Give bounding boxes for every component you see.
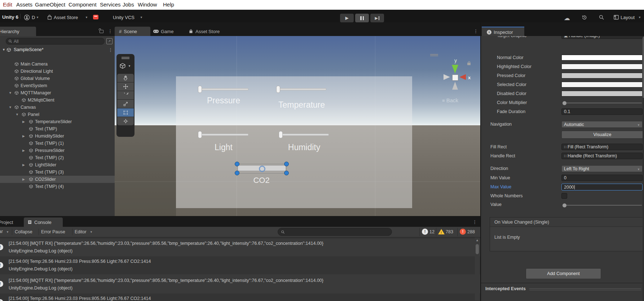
max-value-field[interactable]: 2000 (561, 184, 643, 190)
foldout-down-icon[interactable]: ▼ (16, 113, 19, 116)
scene-panel-menu-icon[interactable]: ⋮ (473, 28, 478, 34)
move-tool-button[interactable] (117, 82, 134, 91)
menu-window[interactable]: Window (138, 1, 157, 8)
target-graphic-value[interactable]: Handle (Image) (569, 36, 600, 38)
warning-count[interactable]: 783 (446, 229, 453, 234)
cloud-icon[interactable]: ☁ (564, 14, 570, 22)
humidity-slider[interactable] (280, 134, 329, 136)
menu-services[interactable]: Services (100, 1, 121, 8)
tab-project[interactable]: Project (0, 217, 27, 227)
axis-neg-x-cone-icon[interactable] (444, 74, 450, 80)
co2-gizmo-handle-tl[interactable] (235, 162, 239, 166)
tree-row-co2slider[interactable]: ▶CO2Slider (0, 176, 115, 183)
tab-game[interactable]: Game (153, 27, 173, 36)
step-button[interactable]: ▶ (370, 14, 384, 22)
console-menu-icon[interactable]: ⋮ (472, 219, 477, 225)
pressure-slider[interactable] (199, 88, 248, 90)
color-multiplier-slider-handle[interactable] (563, 101, 566, 105)
inspector-scrollbar-thumb[interactable] (643, 37, 644, 98)
menu-assets[interactable]: Assets (16, 1, 32, 8)
add-component-button[interactable]: Add Component (526, 268, 601, 279)
direction-dropdown[interactable]: Left To Right ▼ (561, 165, 643, 172)
co2-gizmo-handle-br[interactable] (284, 171, 289, 175)
menu-gameobject[interactable]: GameObject (35, 1, 65, 8)
menu-jobs[interactable]: Jobs (123, 1, 134, 8)
light-slider[interactable] (199, 134, 248, 136)
collapse-button[interactable]: Collapse (15, 229, 32, 234)
intercepted-events-header[interactable]: Intercepted Events (485, 286, 526, 291)
co2-gizmo-handle-tr[interactable] (284, 162, 289, 166)
scene-root-menu-icon[interactable]: ⋮ (108, 47, 113, 53)
fade-duration-field[interactable]: 0.1 (561, 108, 643, 115)
navigation-dropdown[interactable]: Automatic ▼ (561, 121, 643, 128)
tree-row-temperatureslider[interactable]: ▶TemperatureSlider (0, 118, 115, 125)
tree-row-eventsystem[interactable]: EventSystem (0, 82, 115, 89)
tree-row-text-tmp-3-[interactable]: Text (TMP) (3) (0, 169, 115, 176)
pressed-color-swatch[interactable] (561, 73, 643, 78)
tree-row-text-tmp-2-[interactable]: Text (TMP) (2) (0, 154, 115, 161)
console-search-input[interactable] (278, 228, 392, 236)
editor-dropdown[interactable]: Editor (75, 229, 87, 234)
hierarchy-pick-icon[interactable]: ↗ (106, 38, 113, 44)
account-icon[interactable] (24, 14, 30, 21)
tree-row-scene-root[interactable]: ▼ SampleScene* ⋮ (0, 46, 115, 53)
tree-row-m2mqttclient[interactable]: M2MqttClient (0, 96, 115, 104)
whole-numbers-checkbox[interactable] (561, 193, 567, 199)
overlay-handle[interactable] (430, 54, 438, 55)
foldout-right-icon[interactable]: ▶ (22, 149, 25, 152)
tree-row-lightslider[interactable]: ▶LightSlider (0, 161, 115, 169)
tree-row-main-camera[interactable]: Main Camera (0, 60, 115, 68)
account-menu[interactable]: D (32, 15, 35, 20)
log-entry[interactable]: ! [21:54:00] Temp:26.56 Humi:23.03 Press… (0, 293, 480, 301)
tree-row-pressureslider[interactable]: ▶PressureSlider (0, 147, 115, 154)
search-icon[interactable] (599, 14, 604, 20)
scale-tool-button[interactable] (117, 100, 134, 108)
tree-row-panel[interactable]: ▼Panel (0, 111, 115, 118)
tab-console[interactable]: Console (24, 217, 63, 227)
handle-rect-field[interactable]: ∷Handle (Rect Transform) (561, 153, 643, 159)
value-slider[interactable] (565, 205, 642, 206)
menu-component[interactable]: Component (69, 1, 97, 8)
normal-color-swatch[interactable] (561, 55, 643, 60)
pressure-slider-handle[interactable] (198, 86, 202, 93)
gizmo-center-cube[interactable] (452, 75, 458, 81)
foldout-right-icon[interactable]: ▶ (22, 178, 25, 181)
min-value-field[interactable]: 0 (561, 175, 643, 181)
history-icon[interactable] (581, 14, 587, 21)
disabled-color-swatch[interactable] (561, 91, 643, 96)
tool-context-dropdown[interactable] (119, 63, 126, 69)
tab-inspector[interactable]: i Inspector (482, 27, 524, 37)
co2-gizmo-handle-bl[interactable] (235, 171, 239, 175)
log-entry[interactable]: ! [21:54:00] [MQTT RX] {"temperature":26… (0, 238, 480, 256)
axis-neg-y-cone-icon[interactable] (452, 82, 458, 90)
visualize-button[interactable]: Visualize (561, 131, 643, 139)
axis-x-cone-icon[interactable] (459, 74, 466, 80)
foldout-right-icon[interactable]: ▶ (22, 134, 25, 138)
color-multiplier-slider[interactable] (565, 103, 642, 103)
menu-help[interactable]: Help (163, 1, 174, 8)
tree-row-text-tmp-1-[interactable]: Text (TMP) (1) (0, 140, 115, 147)
foldout-right-icon[interactable]: ▶ (22, 120, 25, 123)
clear-caret-icon[interactable]: ▼ (6, 230, 9, 234)
scrollbar-thumb[interactable] (476, 244, 479, 254)
hand-tool-button[interactable] (117, 74, 134, 82)
tree-row-text-tmp-4-[interactable]: Text (TMP) (4) (0, 183, 115, 190)
log-count[interactable]: 12 (429, 229, 435, 234)
unity-vcs-button[interactable]: Unity VCS (113, 15, 134, 20)
temperature-slider[interactable] (278, 88, 326, 90)
tree-row-mqttmanager[interactable]: ▼MQTTManager (0, 89, 115, 96)
tree-row-directional-light[interactable]: Directional Light (0, 68, 115, 75)
asset-store-button[interactable]: Asset Store (54, 15, 78, 20)
scrollbar-up-icon[interactable]: ▲ (475, 238, 480, 243)
log-count-icon[interactable]: ! (422, 229, 428, 235)
hierarchy-search-input[interactable]: All (6, 38, 105, 45)
tab-asset-store[interactable]: Asset Store (189, 27, 220, 36)
axis-y-label[interactable]: y (454, 58, 457, 63)
tab-hierarchy[interactable]: Hierarchy (0, 27, 36, 36)
foldout-down-icon[interactable]: ▼ (9, 91, 12, 95)
value-slider-handle[interactable] (563, 203, 566, 207)
tree-row-humidityslider[interactable]: ▶HumiditySlider (0, 132, 115, 140)
gizmo-lock-icon[interactable] (467, 63, 471, 65)
console-scrollbar[interactable]: ▲ (475, 238, 480, 300)
fill-rect-field[interactable]: ∷Fill (Rect Transform) (561, 144, 643, 150)
